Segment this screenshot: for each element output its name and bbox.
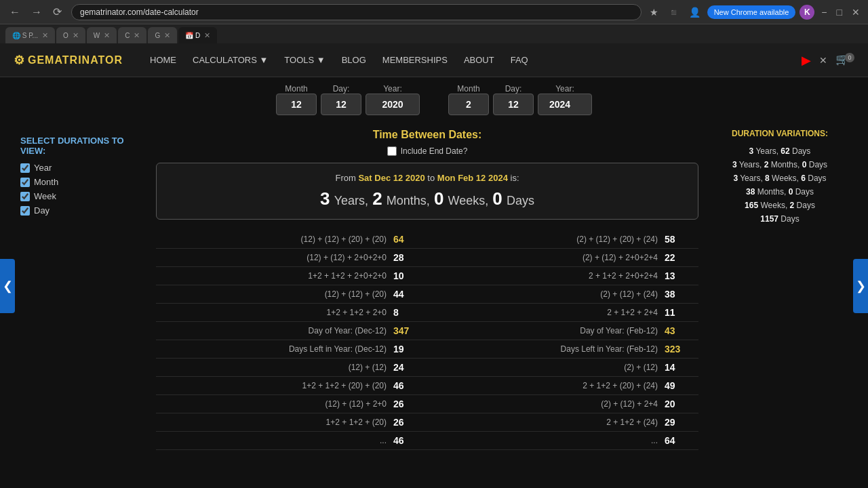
variation-rows: 3 Years, 62 Days3 Years, 2 Months, 0 Day… [712, 146, 848, 224]
calc-expr1: ... [156, 436, 393, 445]
prev-arrow[interactable]: ❮ [0, 259, 15, 313]
cart-badge: 0 [845, 53, 854, 62]
from-year-input[interactable] [366, 94, 420, 115]
is-text: is: [511, 173, 519, 183]
calc-expr2: (2) + (12) + (20) + (24) [427, 235, 665, 244]
calc-val1: 8 [393, 307, 427, 318]
calc-expr2: 2 + 1+2 + (20) + (24) [427, 381, 665, 390]
maximize-button[interactable]: □ [834, 5, 845, 19]
day-checkbox[interactable] [20, 206, 30, 216]
calc-val1: 19 [393, 344, 427, 354]
calc-val2: 22 [665, 252, 698, 263]
youtube-icon[interactable]: ▶ [802, 53, 811, 68]
browser-actions: ★ ◾ 👤 New Chrome available K − □ ✕ [647, 5, 863, 20]
time-between-title: Time Between Dates: [156, 129, 698, 141]
reload-button[interactable]: ⟳ [49, 4, 66, 20]
new-chrome-button[interactable]: New Chrome available [707, 5, 796, 19]
years-label: Years, [334, 194, 368, 207]
tab-2[interactable]: O✕ [56, 27, 85, 43]
table-row: (12) + (12) + 2+0 26 (2) + (12) + 2+4 20 [156, 395, 698, 413]
nav-home[interactable]: HOME [150, 55, 176, 65]
minimize-button[interactable]: − [818, 5, 829, 19]
year-checkbox[interactable] [20, 163, 30, 173]
next-arrow[interactable]: ❯ [853, 259, 868, 313]
profile-button[interactable]: 👤 [686, 5, 703, 19]
calc-val2: 20 [665, 399, 698, 409]
table-row: (12) + (12) + (20) 44 (2) + (12) + (24) … [156, 285, 698, 304]
calc-expr1: 1+2 + 1+2 + (20) + (20) [156, 381, 393, 390]
to-year-input[interactable] [538, 94, 592, 115]
days-label: Days [507, 194, 534, 207]
close-icon[interactable]: ✕ [819, 55, 827, 66]
table-row: (12) + (12) + 2+0+2+0 28 (2) + (12) + 2+… [156, 249, 698, 267]
calc-val2: 29 [665, 417, 698, 428]
calc-expr2: (2) + (12) + 2+4 [427, 399, 665, 409]
table-row: Days Left in Year: (Dec-12) 19 Days Left… [156, 340, 698, 359]
close-button[interactable]: ✕ [849, 5, 863, 19]
table-row: (12) + (12) + (20) + (20) 64 (2) + (12) … [156, 230, 698, 249]
from-month-input[interactable] [276, 94, 317, 115]
right-panel: DURATION VARIATIONS: 3 Years, 62 Days3 Y… [712, 122, 848, 450]
page: ⚙ GEMATRINATOR HOME CALCULATORS ▼ TOOLS … [0, 43, 868, 488]
calc-expr1: 1+2 + 1+2 + 2+0 [156, 308, 393, 317]
forward-button[interactable]: → [27, 4, 46, 20]
nav-icon-row: ▶ ✕ 🛒 0 [802, 53, 854, 68]
nav-faq[interactable]: FAQ [511, 55, 528, 65]
days-value: 0 [492, 188, 502, 209]
logo-icon: ⚙ [14, 53, 25, 68]
date-inputs-area: Month Day: Year: Month Day: Year: [0, 77, 868, 122]
nav-blog[interactable]: BLOG [342, 55, 366, 65]
tab-3[interactable]: W✕ [87, 27, 117, 43]
years-value: 3 [320, 188, 330, 209]
to-month-input[interactable] [448, 94, 489, 115]
month-label: Month [34, 177, 58, 187]
calc-expr2: Days Left in Year: (Feb-12) [427, 344, 665, 354]
table-row: 1+2 + 1+2 + (20) + (20) 46 2 + 1+2 + (20… [156, 377, 698, 395]
bookmark-button[interactable]: ★ [647, 5, 661, 19]
tab-1[interactable]: 🌐 S P...✕ [5, 27, 55, 43]
include-end-checkbox[interactable] [387, 146, 397, 156]
variation-row: 3 Years, 62 Days [712, 146, 848, 156]
from-day-label: Day: [333, 84, 350, 94]
nav-calculators[interactable]: CALCULATORS ▼ [193, 55, 268, 65]
site-nav: ⚙ GEMATRINATOR HOME CALCULATORS ▼ TOOLS … [0, 43, 868, 77]
weeks-label: Weeks, [448, 194, 489, 207]
calc-expr2: 2 + 1+2 + (24) [427, 418, 665, 427]
calc-expr1: (12) + (12) + (20) [156, 289, 393, 299]
calc-val2: 323 [665, 344, 698, 354]
calc-val1: 28 [393, 252, 427, 263]
month-checkbox[interactable] [20, 178, 30, 187]
nav-tools[interactable]: TOOLS ▼ [284, 55, 325, 65]
calc-val1: 44 [393, 289, 427, 300]
duration-month-row: Month [20, 177, 142, 187]
to-day-input[interactable] [493, 94, 534, 115]
calc-expr1: 1+2 + 1+2 + 2+0+2+0 [156, 271, 393, 281]
calc-expr2: (2) + (12) [427, 363, 665, 372]
variation-row: 3 Years, 8 Weeks, 6 Days [712, 174, 848, 183]
duration-variations-title: DURATION VARIATIONS: [712, 129, 848, 138]
calc-val1: 26 [393, 417, 427, 428]
calc-val2: 11 [665, 307, 698, 318]
nav-memberships[interactable]: MEMBERSHIPS [382, 55, 448, 65]
include-end-label: Include End Date? [401, 146, 468, 156]
table-row: 1+2 + 1+2 + 2+0 8 2 + 1+2 + 2+4 11 [156, 304, 698, 322]
tab-6[interactable]: 📅 D✕ [178, 27, 217, 43]
back-button[interactable]: ← [5, 4, 24, 20]
avatar-button[interactable]: K [800, 5, 814, 20]
months-value: 2 [372, 188, 382, 209]
calculations-table: (12) + (12) + (20) + (20) 64 (2) + (12) … [156, 230, 698, 450]
to-year-label: Year: [555, 84, 574, 94]
tab-5[interactable]: G✕ [148, 27, 177, 43]
calc-val2: 49 [665, 380, 698, 391]
from-day-input[interactable] [321, 94, 361, 115]
address-bar[interactable] [71, 4, 642, 20]
tab-4[interactable]: C✕ [118, 27, 146, 43]
week-checkbox[interactable] [20, 192, 30, 201]
extensions-button[interactable]: ◾ [665, 5, 682, 19]
duration-year-row: Year [20, 163, 142, 173]
nav-about[interactable]: ABOUT [464, 55, 494, 65]
from-year-label: Year: [383, 84, 402, 94]
calc-val1: 24 [393, 362, 427, 373]
logo[interactable]: ⚙ GEMATRINATOR [14, 53, 123, 68]
to-date: Mon Feb 12 2024 [437, 173, 508, 183]
